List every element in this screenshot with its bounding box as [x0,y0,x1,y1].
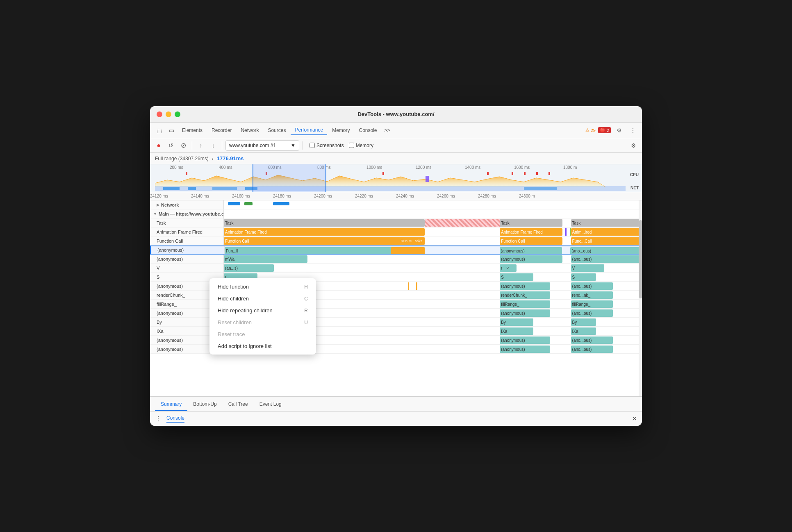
anon2-bar-1: mWa [224,255,307,263]
tab-memory[interactable]: Memory [328,126,354,135]
scrollbar-thumb[interactable] [639,220,642,298]
range-bar: Full range (34307.26ms) › 1776.91ms [150,153,642,164]
tab-call-tree[interactable]: Call Tree [223,398,254,411]
anon3-bar-2: (ano...ous) [571,282,613,290]
tick-1000: 1000 ms [366,165,382,170]
select-element-icon[interactable]: ⬚ [153,125,165,136]
menu-hide-repeating[interactable]: Hide repeating children R [209,305,316,316]
render-bar-2: rend...nk_ [571,291,613,299]
tab-more[interactable]: >> [382,126,393,135]
menu-hide-children-label: Hide children [218,296,249,302]
url-select[interactable]: www.youtube.com #1 ▼ [225,140,299,151]
minimize-button[interactable] [166,111,171,117]
overview-ruler: 200 ms 400 ms 600 ms 800 ms 1000 ms 1200… [150,164,642,172]
tab-network[interactable]: Network [237,126,263,135]
memory-checkbox[interactable] [349,143,354,148]
divider-3 [303,141,303,150]
ms-tick-9: 24300 m [519,194,535,198]
tick-1200: 1200 ms [416,165,431,170]
full-range-text: Full range (34307.26ms) [155,156,209,161]
download-button[interactable]: ↓ [208,140,218,151]
menu-hide-function[interactable]: Hide function H [209,281,316,293]
network-toggle[interactable]: ▶ [157,203,159,207]
ms-tick-8: 24280 ms [478,194,496,198]
divider-1 [192,141,192,150]
clear-button[interactable]: ⊘ [178,140,189,151]
console-more-icon[interactable]: ⋮ [153,413,163,424]
net-label: NET [630,186,639,190]
v-label: V [150,264,224,272]
menu-reset-children-shortcut: U [304,320,308,325]
anon3-bar: (anonymous) [500,282,550,290]
timeline-selection[interactable] [253,164,326,192]
svg-rect-3 [487,172,489,175]
task-bar-1: Task [224,219,425,227]
anon2-bar-2: (anonymous) [500,255,562,263]
anim-row[interactable]: Animation Frame Fired Animation Frame Fi… [150,227,642,236]
network-track[interactable]: ▶ Network [150,200,642,209]
main-header-content [224,209,642,218]
tab-sources[interactable]: Sources [264,126,290,135]
green-indicator [570,228,571,236]
main-toggle[interactable]: ▼ [153,212,157,216]
tab-performance[interactable]: Performance [291,125,327,135]
more-options-icon[interactable]: ⋮ [627,125,639,136]
anon-content-2: mWa (anonymous) (ano...ous) [224,255,642,263]
svg-rect-15 [228,202,240,205]
anon-row-selected[interactable]: (anonymous) Fun...ll (anonymous) (ano...… [150,246,642,255]
main-label: Main — https://www.youtube.com/ [159,211,224,216]
ms-tick-4: 24200 ms [314,194,332,198]
error-count: 2 [607,128,609,133]
screenshots-checkbox[interactable] [310,143,315,148]
timeline-tracks: ▶ Network ▼ Main — https://www.youtube.c… [150,200,642,396]
scrollbar[interactable] [639,200,642,396]
screenshots-label: Screenshots [316,143,344,148]
settings-icon[interactable]: ⚙ [613,125,625,136]
func-row[interactable]: Function Call Function Call Run M...asks… [150,236,642,246]
console-label[interactable]: Console [166,415,184,423]
anon-row-2[interactable]: (anonymous) mWa (anonymous) (ano...ous) [150,255,642,264]
anon6-bar-2: (ano...ous) [571,346,613,353]
svg-rect-14 [524,187,557,190]
console-close-icon[interactable]: ✕ [630,413,639,424]
s-bar-2: S [500,273,533,281]
tab-elements[interactable]: Elements [178,126,207,135]
s-bar-3: S [571,273,596,281]
maximize-button[interactable] [175,111,180,117]
record-button[interactable]: ● [153,140,164,151]
tab-recorder[interactable]: Recorder [207,126,236,135]
tab-summary[interactable]: Summary [155,398,187,411]
menu-hide-children[interactable]: Hide children C [209,293,316,305]
upload-button[interactable]: ↑ [196,140,206,151]
menu-hide-children-shortcut: C [304,296,308,302]
device-icon[interactable]: ▭ [166,125,177,136]
tab-bottom-up[interactable]: Bottom-Up [187,398,222,411]
ixa-bar-2: IXa [571,327,596,335]
v-row[interactable]: V (an...s) (... V V [150,264,642,273]
error-badge[interactable]: ⛔ 2 [598,127,611,133]
tab-event-log[interactable]: Event Log [254,398,287,411]
svg-rect-10 [163,187,180,190]
timeline-overview[interactable]: 200 ms 400 ms 600 ms 800 ms 1000 ms 1200… [150,164,642,192]
tab-console[interactable]: Console [355,126,381,135]
ms-tick-2: 24160 ms [232,194,250,198]
purple-indicator [565,228,567,236]
warning-badge[interactable]: ⚠ 29 [585,127,596,133]
menu-hide-repeating-shortcut: R [304,308,308,314]
svg-rect-8 [426,176,429,182]
close-button[interactable] [157,111,162,117]
anon-bar-2: (anonymous) [500,247,562,254]
v-content: (an...s) (... V V [224,264,642,272]
task-row[interactable]: Task Task Task Task [150,218,642,227]
reload-button[interactable]: ↺ [166,140,176,151]
capture-settings-icon[interactable]: ⚙ [628,140,639,151]
ms-tick-3: 24180 ms [273,194,291,198]
task-label: Task [150,218,224,227]
performance-toolbar: ● ↺ ⊘ ↑ ↓ www.youtube.com #1 ▼ Screensho… [150,138,642,153]
render-bar: renderChunk_ [500,291,550,299]
yellow-indicator-1 [408,282,409,290]
ms-tick-1: 24140 ms [191,194,209,198]
v-bar-1: (an...s) [224,264,274,272]
menu-hide-function-shortcut: H [304,284,308,290]
menu-add-ignore[interactable]: Add script to ignore list [209,340,316,352]
